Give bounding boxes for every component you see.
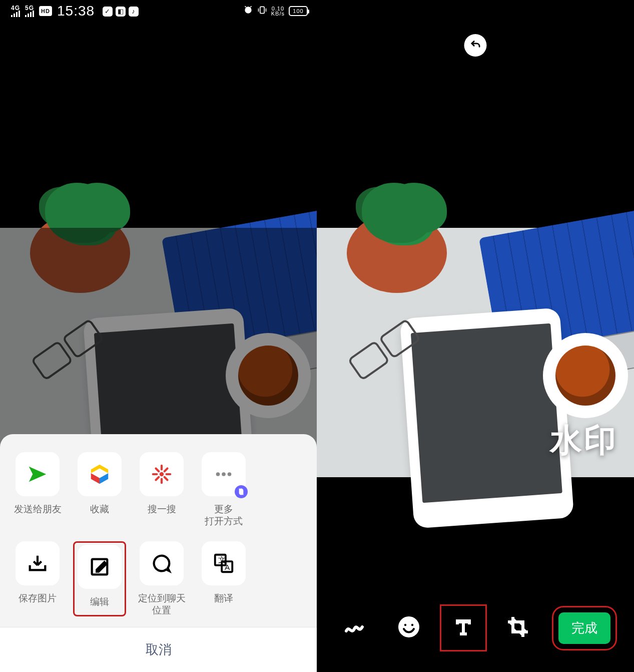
text-tool[interactable]	[449, 614, 477, 642]
right-phone-screen: 水印 完成	[317, 0, 634, 672]
signal-5g-icon: 5G	[25, 6, 34, 17]
svg-point-4	[228, 472, 232, 476]
save-image-button[interactable]: 保存图片	[11, 541, 64, 616]
favorite-label: 收藏	[90, 503, 109, 515]
smiley-icon	[397, 615, 421, 641]
text-t-icon	[451, 615, 475, 641]
cube-icon	[78, 452, 122, 496]
done-button[interactable]: 完成	[558, 612, 610, 644]
share-arrow-icon	[16, 452, 60, 496]
share-sheet: 发送给朋友 收藏 搜一搜	[0, 434, 317, 672]
share-row-2: 保存图片 编辑 定位到聊天 位置 文A 翻译	[8, 541, 309, 616]
sticker-tool[interactable]	[395, 614, 423, 642]
svg-point-2	[216, 472, 220, 476]
scribble-icon	[342, 615, 366, 641]
battery-icon: 100	[289, 6, 308, 16]
favorite-button[interactable]: 收藏	[73, 452, 126, 527]
more-open-with-button[interactable]: 更多 打开方式	[197, 452, 250, 527]
svg-text:A: A	[225, 563, 230, 571]
share-row-1: 发送给朋友 收藏 搜一搜	[8, 452, 309, 527]
signal-4g-icon: 4G	[11, 6, 20, 17]
svg-point-10	[399, 617, 419, 637]
undo-arrow-icon	[469, 38, 482, 53]
edit-toolbar: 完成	[317, 603, 634, 653]
more-open-with-label: 更多 打开方式	[205, 503, 243, 527]
edit-square-icon	[78, 545, 122, 589]
hd-badge-icon: HD	[39, 6, 52, 16]
save-image-label: 保存图片	[19, 592, 57, 604]
search-label: 搜一搜	[148, 503, 176, 515]
vibrate-icon	[257, 5, 267, 18]
crop-icon	[506, 615, 530, 641]
brush-tool[interactable]	[340, 614, 368, 642]
locate-in-chat-label: 定位到聊天 位置	[138, 592, 186, 616]
share-to-friend-label: 发送给朋友	[14, 503, 62, 515]
cancel-button[interactable]: 取消	[0, 627, 317, 672]
translate-button[interactable]: 文A 翻译	[197, 541, 250, 616]
spark-icon	[140, 452, 184, 496]
miniprogram-badge-icon	[235, 485, 248, 498]
chat-bubble-icon	[140, 541, 184, 585]
translate-label: 翻译	[214, 592, 233, 604]
svg-point-1	[160, 472, 164, 476]
locate-in-chat-button[interactable]: 定位到聊天 位置	[135, 541, 188, 616]
status-time: 15:38	[57, 3, 95, 19]
share-to-friend-button[interactable]: 发送给朋友	[11, 452, 64, 527]
download-icon	[16, 541, 60, 585]
svg-point-3	[222, 472, 226, 476]
svg-point-11	[404, 623, 407, 626]
preview-image-right[interactable]: 水印	[317, 228, 634, 477]
more-dots-icon	[202, 452, 246, 496]
translate-icon: 文A	[202, 541, 246, 585]
watermark-text[interactable]: 水印	[550, 419, 618, 462]
edit-label: 编辑	[90, 596, 109, 608]
left-phone-screen: 4G 5G HD 15:38 ✓◧♪ 0.10 KB/s	[0, 0, 317, 672]
svg-rect-0	[260, 7, 264, 13]
network-speed: 0.10 KB/s	[271, 6, 285, 16]
alarm-icon	[243, 5, 253, 18]
status-bar: 4G 5G HD 15:38 ✓◧♪ 0.10 KB/s	[0, 0, 317, 22]
edit-button[interactable]: 编辑	[73, 541, 126, 616]
crop-tool[interactable]	[504, 614, 532, 642]
search-button[interactable]: 搜一搜	[135, 452, 188, 527]
status-app-icons: ✓◧♪	[100, 6, 139, 17]
svg-point-12	[411, 623, 414, 626]
undo-button[interactable]	[464, 34, 487, 57]
